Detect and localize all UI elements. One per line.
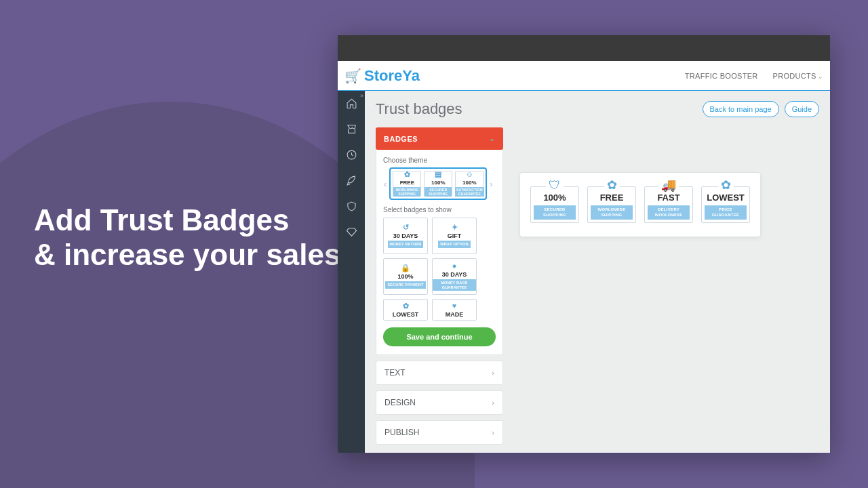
badge-option[interactable]: ↺ 30 DAYS MONEY RETURN — [383, 218, 428, 254]
sidebar-diamond[interactable] — [338, 225, 365, 239]
theme-badge: ✿ FREE WORLDWIDE SHIPPING — [393, 171, 421, 197]
badge-icon: 🔒 — [401, 264, 410, 272]
app-window: 🛒 StoreYa TRAFFIC BOOSTER PRODUCTS⌄ » — [338, 35, 830, 453]
app-body: 🛒 StoreYa TRAFFIC BOOSTER PRODUCTS⌄ » — [338, 61, 830, 453]
chevron-down-icon: ⌄ — [818, 73, 823, 80]
topbar: 🛒 StoreYa TRAFFIC BOOSTER PRODUCTS⌄ — [338, 61, 830, 91]
preview-card: 🛡 100% SECURED SHOPPING ✿ FREE WORLDWIDE… — [519, 172, 761, 237]
save-button[interactable]: Save and continue — [383, 327, 496, 346]
content-area: Trust badges Back to main page Guide BAD… — [365, 91, 830, 453]
sidebar: » — [338, 91, 365, 453]
preview-column: 🛡 100% SECURED SHOPPING ✿ FREE WORLDWIDE… — [519, 127, 761, 445]
top-nav: TRAFFIC BOOSTER PRODUCTS⌄ — [685, 72, 823, 80]
badge-option[interactable]: ✿ LOWEST — [383, 299, 428, 321]
flower-icon: ✿ — [604, 179, 620, 191]
promo-line2: & increase your sales — [34, 238, 340, 272]
badge-option[interactable]: ✦ GIFT WRAP OPTION — [432, 218, 477, 254]
accordion-badges[interactable]: BADGES — [376, 127, 503, 150]
chevron-right-icon — [492, 428, 494, 436]
badges-panel-body: Choose theme ‹ ✿ FREE WORLDWIDE SHIPPING — [376, 150, 503, 355]
accordion-publish[interactable]: PUBLISH — [376, 420, 503, 445]
badge-option[interactable]: ♥ MADE — [432, 299, 477, 321]
badge-icon: ↺ — [403, 224, 409, 231]
choose-theme-label: Choose theme — [383, 157, 496, 164]
chevron-right-icon — [492, 399, 494, 407]
accordion-text[interactable]: TEXT — [376, 361, 503, 385]
sidebar-rocket[interactable] — [338, 174, 365, 187]
nav-products[interactable]: PRODUCTS⌄ — [773, 72, 823, 80]
guide-button[interactable]: Guide — [785, 101, 819, 117]
cart-icon: 🛒 — [344, 68, 361, 84]
page-title: Trust badges — [376, 100, 462, 118]
theme-badge: ☺ 100% SATISFACTION GUARANTEE — [455, 171, 484, 197]
sidebar-store[interactable] — [338, 122, 365, 136]
preview-badge: 🛡 100% SECURED SHOPPING — [530, 186, 579, 223]
accordion-design[interactable]: DESIGN — [376, 390, 503, 415]
badge-icon: ✿ — [404, 171, 410, 178]
brand-logo[interactable]: 🛒 StoreYa — [344, 67, 420, 85]
back-button[interactable]: Back to main page — [703, 101, 779, 117]
badge-icon: ✿ — [403, 302, 409, 310]
badge-icon: ● — [452, 262, 457, 270]
preview-badge: ✿ FREE WORLDWIDE SHIPPING — [587, 186, 636, 223]
main-body: » Trust badges Back to main page Guide — [338, 91, 830, 453]
truck-icon: 🚚 — [658, 179, 679, 191]
badge-icon: ☺ — [466, 171, 473, 178]
theme-prev[interactable]: ‹ — [383, 179, 387, 189]
brand-name: StoreYa — [364, 67, 420, 85]
flower-icon: ✿ — [718, 179, 734, 191]
badge-option[interactable]: ● 30 DAYS MONEY BACK GUARANTEE — [432, 258, 477, 295]
promo-line1: Add Trust Badges — [34, 203, 340, 238]
theme-badge: ▤ 100% SECURED SHOPPING — [424, 171, 452, 197]
badge-icon: ▤ — [435, 171, 441, 178]
badge-grid: ↺ 30 DAYS MONEY RETURN ✦ GIFT WRAP OPTIO… — [383, 218, 496, 321]
nav-traffic-booster[interactable]: TRAFFIC BOOSTER — [685, 72, 758, 80]
shield-icon: 🛡 — [546, 179, 564, 191]
badge-option[interactable]: 🔒 100% SECURE PAYMENT — [383, 258, 428, 295]
preview-badge: ✿ LOWEST PRICE GUARANTEE — [701, 186, 750, 223]
theme-next[interactable]: › — [489, 179, 493, 189]
expand-icon[interactable]: » — [360, 92, 363, 99]
chevron-right-icon — [492, 369, 494, 377]
sidebar-history[interactable] — [338, 148, 365, 161]
sidebar-shield[interactable] — [338, 199, 365, 213]
select-badges-label: Select badges to show — [383, 206, 496, 214]
preview-badge: 🚚 FAST DELIVERY WORLDWIDE — [644, 186, 693, 223]
chevron-down-icon — [489, 134, 496, 143]
badge-icon: ✦ — [452, 224, 458, 231]
badge-icon: ♥ — [452, 302, 457, 310]
title-row: Trust badges Back to main page Guide — [376, 100, 819, 118]
settings-panel: BADGES Choose theme ‹ ✿ FREE — [376, 127, 503, 445]
theme-option-selected[interactable]: ✿ FREE WORLDWIDE SHIPPING ▤ 100% SECURED… — [390, 168, 486, 199]
promo-headline: Add Trust Badges & increase your sales — [34, 203, 340, 272]
